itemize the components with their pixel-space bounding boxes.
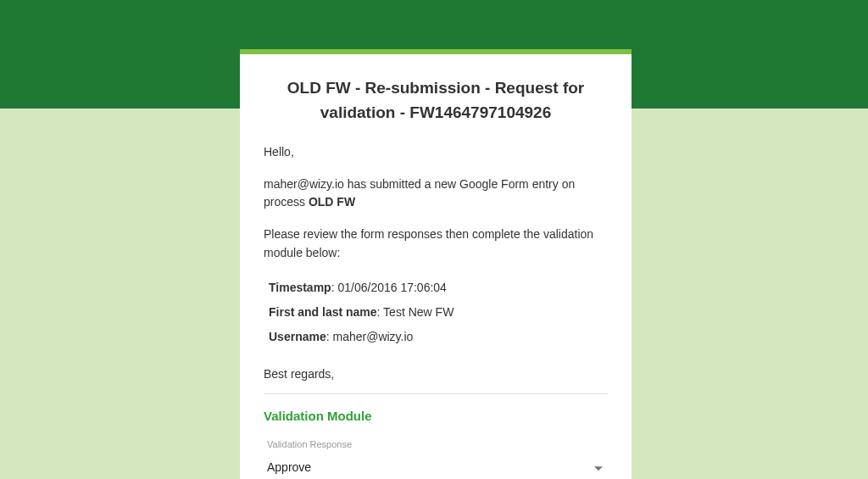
email-card: OLD FW - Re-submission - Request for val… [240, 49, 632, 479]
timestamp-label: Timestamp [269, 281, 331, 294]
username-row: Username: maher@wizy.io [269, 328, 608, 347]
intro-process-name: OLD FW [309, 195, 355, 209]
intro-line: maher@wizy.io has submitted a new Google… [264, 175, 608, 212]
timestamp-row: Timestamp: 01/06/2016 17:06:04 [269, 279, 608, 298]
regards: Best regards, [264, 365, 608, 384]
validation-module-title: Validation Module [264, 406, 608, 426]
email-title: OLD FW - Re-submission - Request for val… [240, 54, 632, 125]
username-label: Username [269, 330, 326, 343]
validation-response-select[interactable]: Approve [264, 455, 608, 479]
select-value: Approve [267, 460, 311, 474]
name-row: First and last name: Test New FW [269, 304, 608, 322]
username-value: : maher@wizy.io [326, 330, 414, 343]
greeting: Hello, [264, 143, 608, 162]
chevron-down-icon [594, 467, 603, 471]
instruction-text: Please review the form responses then co… [264, 226, 608, 262]
divider [264, 393, 608, 394]
timestamp-value: : 01/06/2016 17:06:04 [331, 281, 447, 294]
validation-response-label: Validation Response [267, 437, 608, 452]
email-body: Hello, maher@wizy.io has submitted a new… [240, 125, 632, 479]
name-label: First and last name [269, 305, 377, 319]
form-responses: Timestamp: 01/06/2016 17:06:04 First and… [264, 276, 608, 346]
name-value: : Test New FW [377, 305, 454, 319]
